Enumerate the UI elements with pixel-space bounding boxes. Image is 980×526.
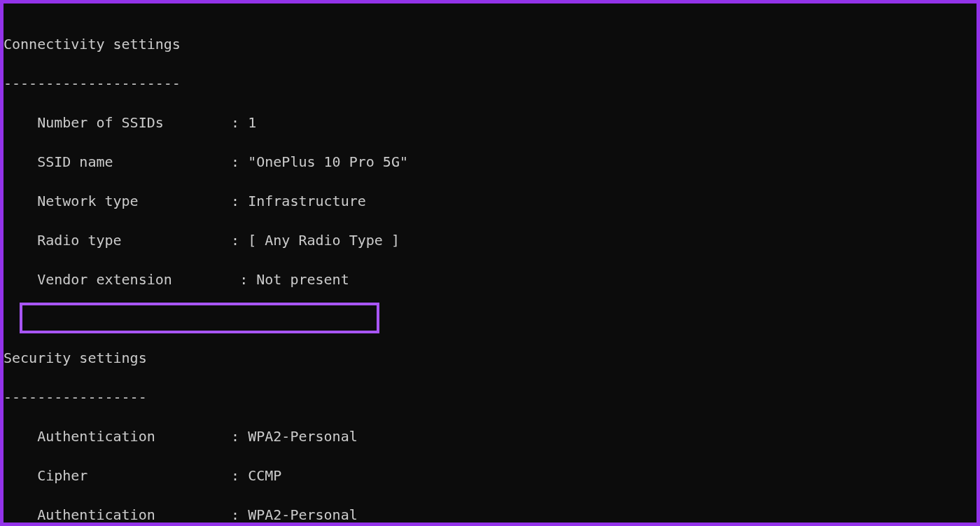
security-divider: ----------------- (4, 387, 976, 407)
row-network-type: Network type : Infrastructure (4, 191, 976, 211)
row-vendor-extension: Vendor extension : Not present (4, 270, 976, 289)
value-auth-1: WPA2-Personal (248, 428, 358, 445)
row-radio-type: Radio type : [ Any Radio Type ] (4, 230, 976, 250)
blank-line (4, 309, 976, 328)
row-ssid-count: Number of SSIDs : 1 (4, 113, 976, 132)
value-radio-type: [ Any Radio Type ] (248, 232, 400, 249)
value-ssid-name: "OnePlus 10 Pro 5G" (248, 153, 408, 170)
row-authentication-1: Authentication : WPA2-Personal (4, 427, 976, 446)
connectivity-header: Connectivity settings (4, 34, 976, 54)
value-cipher-1: CCMP (248, 467, 281, 484)
terminal-output: Connectivity settings ------------------… (4, 4, 976, 522)
row-authentication-2: Authentication : WPA2-Personal (4, 505, 976, 522)
value-network-type: Infrastructure (248, 193, 366, 209)
value-auth-2: WPA2-Personal (248, 506, 358, 522)
value-ssid-count: 1 (248, 114, 256, 131)
row-cipher-1: Cipher : CCMP (4, 466, 976, 485)
value-vendor-extension: Not present (256, 271, 349, 288)
security-header: Security settings (4, 348, 976, 368)
row-ssid-name: SSID name : "OnePlus 10 Pro 5G" (4, 152, 976, 172)
connectivity-divider: --------------------- (4, 74, 976, 93)
